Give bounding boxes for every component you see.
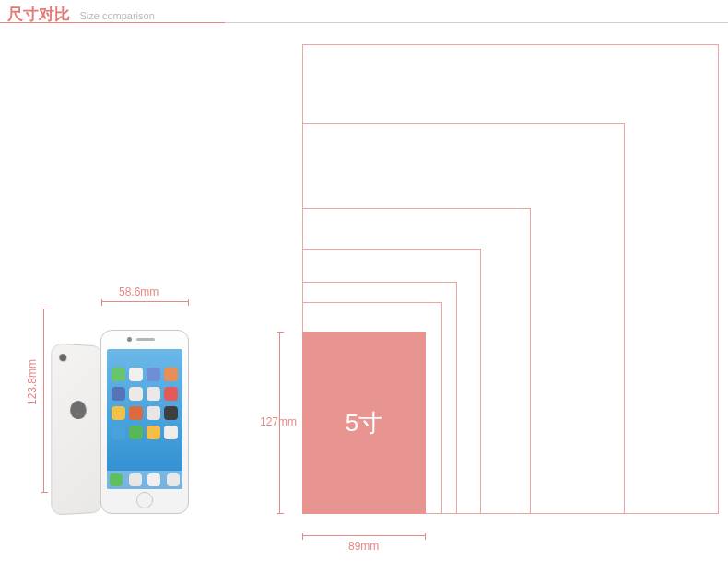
app-icon [164,426,178,439]
dock-icon [129,473,142,486]
phone-screen [107,349,182,489]
box-width-dim-line [302,535,426,536]
app-icon [129,387,143,401]
phone-front-view [100,330,189,514]
phone-front-camera-icon [127,337,132,342]
header-underline-accent [0,22,225,23]
size-box-5inch-label: 5寸 [346,407,382,439]
size-boxes-group: 5寸 [302,44,719,514]
title-cn: 尺寸对比 [7,6,70,23]
phone-height-dim-line [43,309,44,493]
box-height-label: 127mm [260,415,297,428]
app-icon [164,406,178,420]
header-underline-rest [225,22,728,23]
phone-back-view [51,343,102,515]
size-box-5inch-filled: 5寸 [302,332,426,514]
dock-icon [147,473,160,486]
apple-logo-icon [70,401,86,419]
app-icon [147,368,160,381]
app-icon [129,406,143,420]
app-icon [129,368,143,381]
phone-dock [107,471,182,489]
phone-illustration [51,300,207,514]
app-icon [147,406,160,420]
phone-width-label: 58.6mm [119,286,159,298]
app-icon [147,426,160,439]
phone-height-label: 123.8mm [26,359,39,405]
box-height-dim-line [279,332,280,514]
phone-back-camera-icon [59,354,66,361]
app-icon [164,387,178,401]
box-width-label: 89mm [348,540,379,553]
app-icon [112,406,125,420]
app-icon [112,387,125,401]
app-icon [164,368,178,381]
app-icon [129,426,143,439]
home-button-icon [136,492,153,508]
app-icon [112,368,125,381]
app-icon [147,387,160,401]
dock-icon [167,473,180,486]
dock-icon [110,473,123,486]
app-icon [112,426,125,439]
phone-speaker-icon [136,338,155,341]
title-en: Size comparison [79,10,154,21]
